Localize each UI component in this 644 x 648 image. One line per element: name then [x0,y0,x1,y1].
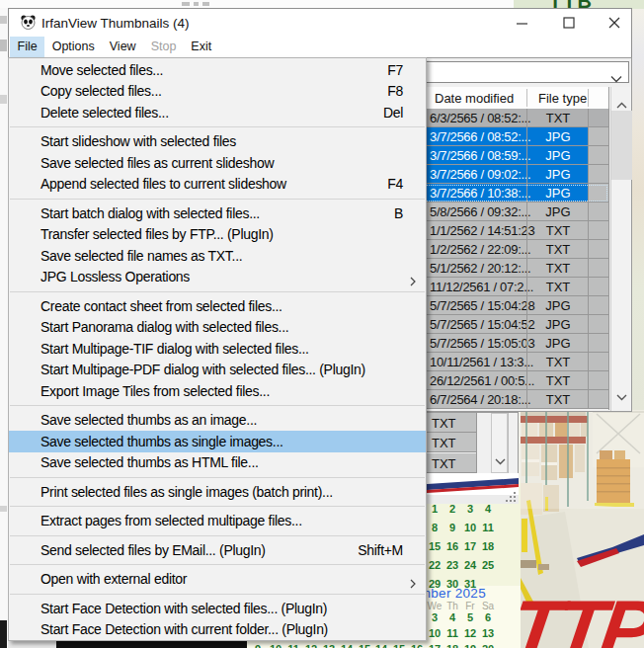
scrollbar-thumb[interactable] [611,111,632,180]
menu-item[interactable]: Start Multipage-TIF dialog with selected… [9,338,426,360]
menu-item[interactable]: Save selected thumbs as single images... [9,431,426,452]
file-type: JPG [527,186,589,201]
menu-item[interactable]: Start Panorama dialog with selected file… [9,317,426,339]
bottom-strip-gray [8,641,56,648]
menu-item[interactable]: Transfer selected files by FTP... (PlugI… [9,224,426,246]
small-scrollbar[interactable] [491,413,508,473]
menu-divider [10,477,425,478]
menu-item[interactable]: Extract pages from selected multipage fi… [9,511,426,532]
file-type: TXT [432,456,456,471]
menu-item[interactable]: Move selected files...F7 [9,59,426,81]
menu-item[interactable]: Start slideshow with selected files [9,131,426,153]
file-type: TXT [527,261,589,276]
menu-item[interactable]: Open with external editor [9,569,426,591]
file-type: TXT [527,242,589,257]
menubar-item-options[interactable]: Options [44,37,102,57]
file-date: 10/11/2561 / 13:3... [430,355,533,369]
irfanview-window: IrfanView Thumbnails (4) FileOptionsView… [8,8,632,57]
menu-item[interactable]: Copy selected files...F8 [9,81,426,103]
irfanview-icon [20,14,37,31]
menubar-item-file[interactable]: File [10,37,44,57]
calendar-day: 11 [443,627,462,639]
calendar-day: 10 [266,643,285,648]
column-separator [476,413,477,473]
calendar-day: 12 [460,627,480,639]
menu-item[interactable]: Export Image Tiles from selected files..… [9,380,426,402]
menu-item[interactable]: Save selected thumbs as an image... [9,410,426,432]
file-type: TXT [527,280,589,294]
file-type: TXT [527,373,589,388]
close-button[interactable] [607,16,621,30]
menu-item[interactable]: Send selected files by EMail... (PlugIn)… [9,539,426,561]
menu-item[interactable]: Save selected files as current slideshow [9,152,426,174]
minimize-button[interactable] [516,16,529,30]
ttp-logo-text: TTP [514,583,644,648]
file-type: TXT [527,355,589,369]
calendar-day: 17 [460,540,480,552]
menu-divider [10,535,425,536]
calendar-weekday: Sa [478,601,498,611]
calendar-day: 1 [425,503,444,515]
resize-grip[interactable] [506,492,518,504]
menu-item[interactable]: Save selected file names as TXT... [9,245,426,267]
menubar-item-exit[interactable]: Exit [184,37,219,57]
file-date: 3/7/2566 / 08:59:... [430,148,530,163]
menu-item[interactable]: Start Face Detection with current folder… [9,619,426,641]
file-date: 6/7/2564 / 20:18:... [430,392,530,407]
file-type: JPG [527,317,589,332]
calendar-day: 17 [425,643,444,648]
menu-divider [10,594,425,595]
menu-item[interactable]: Delete selected files...Del [9,102,426,123]
calendar-day: 15 [425,540,444,552]
titlebar[interactable]: IrfanView Thumbnails (4) [9,9,631,37]
calendar-day: 6 [478,611,498,623]
menu-divider [10,291,425,292]
calendar-day: 18 [443,643,462,648]
menu-item[interactable]: Create contact sheet from selected files… [9,295,426,317]
menu-item[interactable]: Start Multipage-PDF dialog with selected… [9,360,426,381]
calendar-day: 12 [301,643,321,648]
file-date: 11/12/2561 / 07:2... [430,280,533,294]
maximize-button[interactable] [562,16,576,30]
file-type: JPG [527,167,589,182]
column-separator [508,413,509,473]
calendar-day: 9 [443,522,462,533]
calendar-day: 24 [460,559,480,571]
file-type: JPG [527,298,589,313]
calendar-day: 31 [460,578,480,590]
calendar-day: 13 [478,627,498,639]
background-text-fragment [194,2,199,6]
header-separator [588,89,589,107]
column-header-date-modified[interactable]: Date modified [435,91,514,106]
menu-item[interactable]: Save selected thumbs as HTML file... [9,452,426,474]
file-type: TXT [432,436,456,450]
calendar-day: 15 [389,643,409,648]
menu-item[interactable]: Append selected files to current slidesh… [9,174,426,196]
file-type: JPG [527,129,589,144]
file-date: 3/7/2566 / 09:02:... [430,167,530,182]
calendar-day: 16 [407,643,427,648]
scroll-down-icon[interactable] [495,451,506,469]
top-edge-sliver [0,0,514,8]
menu-divider [10,564,425,565]
calendar-day: 14 [337,643,357,648]
header-separator [526,89,527,107]
chevron-down-icon[interactable] [610,69,622,87]
file-date: 26/12/2561 / 00:5... [430,373,534,388]
file-type: TXT [527,223,589,238]
calendar-day: 22 [425,559,444,571]
menubar-item-view[interactable]: View [102,37,143,57]
menu-item[interactable]: JPG Lossless Operations [9,267,426,288]
scroll-down-icon[interactable] [616,387,627,405]
calendar-day: 4 [478,503,498,515]
menu-item[interactable]: Print selected files as single images (b… [9,481,426,503]
file-type: TXT [432,416,456,431]
file-date: 6/3/2565 / 08:52:... [430,111,530,125]
column-header-file-type[interactable]: File type [538,91,587,106]
menubar-item-stop[interactable]: Stop [143,37,184,57]
menu-item[interactable]: Start Face Detection with selected files… [9,598,426,619]
menu-divider [10,126,425,127]
menu-item[interactable]: Start batch dialog with selected files..… [9,202,426,224]
list-edge [608,87,609,410]
list-scrollbar[interactable] [610,87,631,411]
